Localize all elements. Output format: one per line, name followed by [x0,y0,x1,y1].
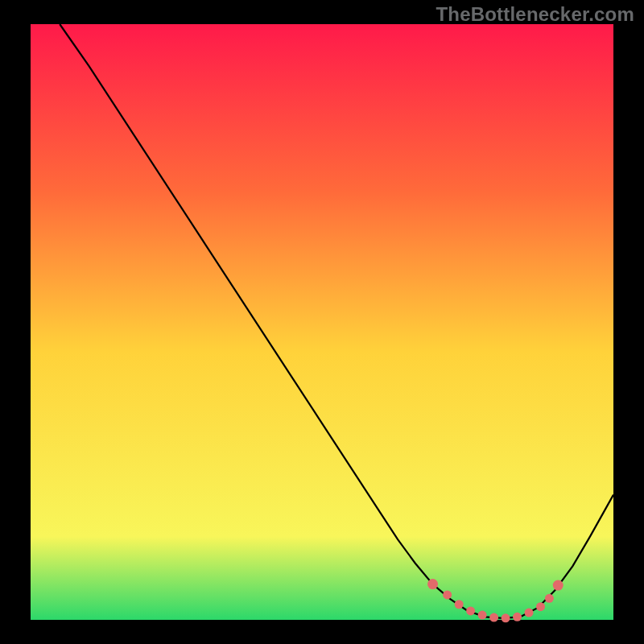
optimal-marker [489,613,498,622]
optimal-marker [466,606,475,615]
chart-container: TheBottlenecker.com [0,0,644,644]
optimal-marker [553,580,564,591]
optimal-marker [455,600,464,609]
bottleneck-chart [0,0,644,644]
optimal-marker [478,611,487,620]
optimal-marker [513,613,522,621]
gradient-background [31,24,613,620]
optimal-marker [525,609,534,617]
optimal-marker [502,613,510,622]
optimal-marker [545,594,554,603]
watermark-text: TheBottlenecker.com [436,3,634,26]
optimal-marker [536,602,545,611]
optimal-marker [427,579,438,589]
optimal-marker [443,590,452,599]
